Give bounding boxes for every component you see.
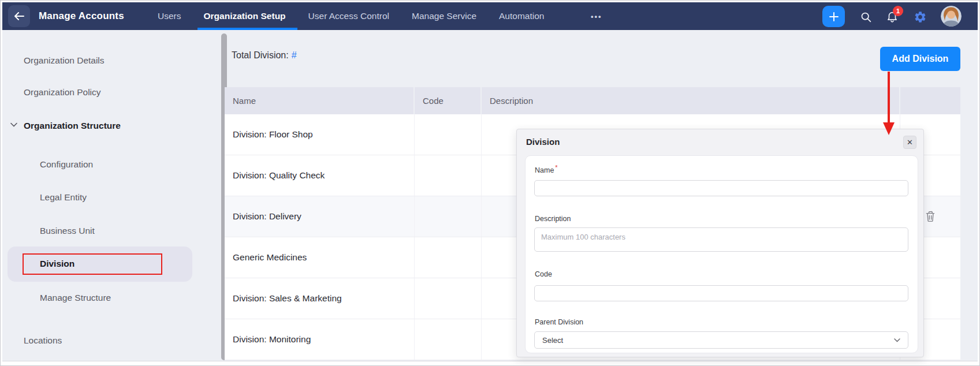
cell-name: Division: Delivery [225, 196, 415, 237]
name-field-label: Name* [535, 164, 558, 174]
cell-name: Division: Quality Check [225, 155, 415, 196]
search-button[interactable] [859, 10, 873, 24]
tab-automation[interactable]: Automation [498, 2, 545, 30]
chevron-down-icon [894, 338, 900, 342]
arrow-left-icon [14, 12, 24, 20]
sidebar-item-division-selected[interactable] [8, 247, 192, 282]
tab-manage-service[interactable]: Manage Service [411, 2, 478, 30]
sidebar-item-manage-structure[interactable]: Manage Structure [40, 293, 111, 303]
total-division-label: Total Division: [232, 50, 289, 60]
app-window: Manage Accounts Users Organization Setup… [0, 0, 980, 366]
sidebar-item-organization-policy[interactable]: Organization Policy [24, 87, 101, 98]
cell-name: Division: Sales & Marketing [225, 278, 415, 319]
description-field-label: Description [535, 215, 571, 223]
parent-division-select[interactable]: Select [534, 331, 908, 349]
close-icon: ✕ [907, 139, 913, 146]
plus-icon [829, 12, 839, 22]
modal-form-panel: Name* Description Code Parent Division S… [525, 155, 918, 353]
total-division-value: # [292, 50, 297, 60]
modal-title: Division [526, 137, 560, 147]
avatar-image [941, 6, 962, 27]
division-modal: Division ✕ Name* Description Code Parent… [516, 129, 924, 357]
column-header-code: Code [415, 87, 482, 114]
close-button[interactable]: ✕ [903, 136, 916, 149]
settings-button[interactable] [913, 10, 927, 24]
code-input[interactable] [534, 285, 908, 301]
delete-row-button[interactable] [925, 210, 936, 223]
total-division-summary: Total Division:# [232, 50, 297, 61]
more-tabs-icon[interactable]: ••• [591, 2, 602, 30]
column-header-name: Name [225, 87, 415, 114]
back-button[interactable] [8, 5, 30, 27]
tab-organization-setup[interactable]: Organization Setup [202, 2, 286, 30]
parent-division-field-label: Parent Division [535, 318, 583, 326]
sidebar-item-locations[interactable]: Locations [24, 335, 62, 346]
tab-users[interactable]: Users [156, 2, 182, 30]
description-textarea[interactable] [534, 227, 908, 252]
table-header-row: Name Code Description [225, 87, 960, 114]
sidebar-item-business-unit[interactable]: Business Unit [40, 226, 95, 236]
tab-user-access-control[interactable]: User Access Control [307, 2, 390, 30]
code-field-label: Code [535, 270, 552, 278]
cell-code [415, 319, 482, 360]
trash-icon [925, 210, 936, 223]
notification-badge: 1 [893, 6, 903, 16]
top-navbar: Manage Accounts Users Organization Setup… [2, 2, 978, 30]
cell-name: Division: Monitoring [225, 319, 415, 360]
sidebar-item-configuration[interactable]: Configuration [40, 159, 93, 170]
sidebar-item-legal-entity[interactable]: Legal Entity [40, 192, 87, 203]
cell-code [415, 237, 482, 278]
notifications-button[interactable]: 1 [885, 10, 899, 24]
cell-name: Division: Floor Shop [225, 114, 415, 155]
column-header-description: Description [482, 87, 900, 114]
search-icon [860, 11, 872, 23]
cell-name: Generic Medicines [225, 237, 415, 278]
parent-division-select-value: Select [542, 336, 563, 345]
sidebar-item-organization-details[interactable]: Organization Details [24, 55, 105, 66]
chevron-down-icon [10, 122, 17, 127]
sidebar-item-organization-structure[interactable]: Organization Structure [24, 121, 121, 131]
add-division-button[interactable]: Add Division [880, 47, 960, 71]
user-avatar[interactable] [941, 6, 962, 27]
add-new-button[interactable] [822, 6, 845, 27]
sidebar-item-division-label: Division [40, 259, 74, 269]
required-asterisk: * [555, 164, 557, 171]
cell-code [415, 155, 482, 196]
name-input[interactable] [534, 180, 908, 196]
gear-icon [914, 10, 927, 24]
cell-code [415, 114, 482, 155]
column-header-actions [900, 87, 960, 114]
cell-code [415, 278, 482, 319]
page-title: Manage Accounts [39, 2, 124, 30]
cell-code [415, 196, 482, 237]
nav-tabs: Users Organization Setup User Access Con… [156, 2, 545, 30]
